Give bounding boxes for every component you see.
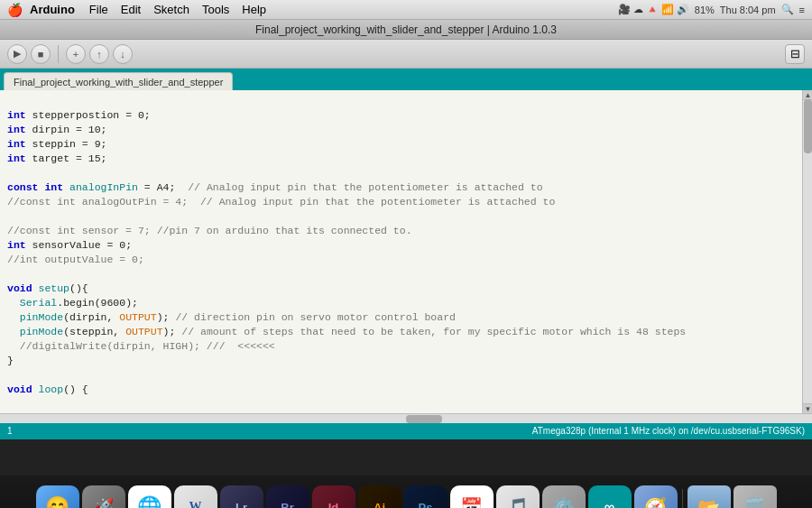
- dock-item-chrome[interactable]: 🌐: [128, 485, 171, 508]
- tabbar: Final_project_working_with_slider_and_st…: [0, 69, 812, 90]
- dock-item-bridge[interactable]: Br: [266, 485, 309, 508]
- tab-label: Final_project_working_with_slider_and_st…: [14, 77, 223, 88]
- menu-edit[interactable]: Edit: [115, 3, 146, 16]
- battery-indicator: 81%: [695, 5, 715, 15]
- clock: Thu 8:04 pm: [720, 5, 776, 15]
- dock-item-lightroom[interactable]: Lr: [220, 485, 263, 508]
- menu-sketch[interactable]: Sketch: [148, 3, 195, 16]
- code-tab[interactable]: Final_project_working_with_slider_and_st…: [4, 72, 233, 90]
- menu-file[interactable]: File: [84, 3, 114, 16]
- search-icon[interactable]: 🔍: [781, 4, 794, 15]
- code-editor[interactable]: int stepperpostion = 0; int dirpin = 10;…: [0, 90, 802, 413]
- line-number: 1: [7, 426, 13, 436]
- dock-item-arduino[interactable]: ∞: [588, 485, 632, 508]
- toolbar-separator: [58, 45, 59, 63]
- dock-item-photoshop[interactable]: Ps: [404, 485, 448, 508]
- stop-button[interactable]: ■: [31, 44, 51, 64]
- console-area: [0, 438, 812, 476]
- dock-item-itunes[interactable]: 🎵: [496, 485, 540, 508]
- list-icon[interactable]: ≡: [799, 5, 805, 15]
- dock-item-indesign[interactable]: Id: [312, 485, 355, 508]
- scroll-thumb-h[interactable]: [406, 415, 442, 423]
- menubar: 🍎 Arduino File Edit Sketch Tools Help 🎥 …: [0, 0, 812, 20]
- menubar-icons: 🎥 ☁ 🔺 📶 🔊: [618, 4, 689, 15]
- dock-item-finder[interactable]: 😊: [36, 485, 79, 508]
- dock-item-safari[interactable]: 🧭: [634, 485, 678, 508]
- code-area: int stepperpostion = 0; int dirpin = 10;…: [0, 90, 812, 413]
- dock-item-illustrator[interactable]: Ai: [358, 485, 401, 508]
- dock-item-sysprefs[interactable]: ⚙️: [542, 485, 586, 508]
- statusbar: 1 ATmega328p (Internal 1 MHz clock) on /…: [0, 423, 812, 438]
- upload-button[interactable]: ▶: [7, 44, 27, 64]
- apple-menu[interactable]: 🍎: [7, 3, 23, 17]
- dock-item-word[interactable]: W: [174, 485, 217, 508]
- dock-item-launchpad[interactable]: 🚀: [82, 485, 125, 508]
- scroll-down-arrow[interactable]: ▼: [803, 403, 812, 413]
- app-name: Arduino: [30, 3, 75, 16]
- toolbar: ▶ ■ + ↑ ↓ ⊟: [0, 40, 812, 69]
- new-button[interactable]: +: [66, 44, 86, 64]
- dock-separator: [682, 489, 683, 508]
- dock-item-ical[interactable]: 📅: [450, 485, 494, 508]
- titlebar: Final_project_working_with_slider_and_st…: [0, 20, 812, 40]
- window-title: Final_project_working_with_slider_and_st…: [255, 23, 557, 36]
- menu-tools[interactable]: Tools: [197, 3, 235, 16]
- dock-item-folder[interactable]: 📂: [687, 485, 731, 508]
- open-button[interactable]: ↑: [89, 44, 109, 64]
- save-button[interactable]: ↓: [113, 44, 133, 64]
- board-info: ATmega328p (Internal 1 MHz clock) on /de…: [532, 426, 805, 436]
- serial-monitor-button[interactable]: ⊟: [785, 44, 805, 64]
- dock: 😊 🚀 🌐 W Lr Br Id Ai Ps 📅 🎵 ⚙️ ∞ 🧭 📂 🗑️: [0, 476, 812, 508]
- menu-help[interactable]: Help: [236, 3, 272, 16]
- vertical-scrollbar[interactable]: ▲ ▼: [802, 90, 812, 413]
- scroll-thumb[interactable]: [804, 99, 812, 153]
- menubar-right: 🎥 ☁ 🔺 📶 🔊 81% Thu 8:04 pm 🔍 ≡: [618, 4, 805, 15]
- dock-item-trash[interactable]: 🗑️: [734, 485, 777, 508]
- horizontal-scrollbar[interactable]: [0, 413, 812, 423]
